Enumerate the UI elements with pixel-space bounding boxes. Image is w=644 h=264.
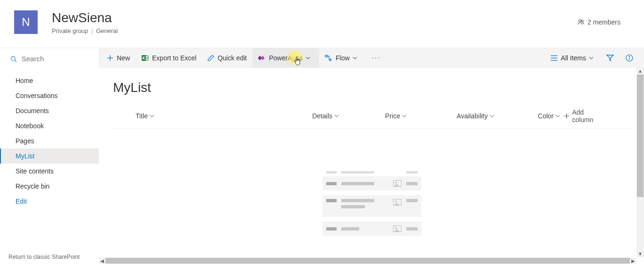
list-body: MyList Title Details Price Availability <box>99 68 644 264</box>
search-box[interactable] <box>0 48 99 70</box>
scroll-down-arrow[interactable]: ▼ <box>638 251 643 257</box>
table-header: Title Details Price Availability Color <box>113 108 631 129</box>
empty-list-placeholder <box>113 171 631 236</box>
cmd-flow-label: Flow <box>336 54 350 62</box>
left-navigation: Home Conversations Documents Notebook Pa… <box>0 48 99 264</box>
scroll-up-arrow[interactable]: ▲ <box>638 68 643 74</box>
scroll-right-arrow[interactable]: ▶ <box>630 258 636 264</box>
members-icon <box>577 18 585 26</box>
column-header-title-label: Title <box>136 112 148 120</box>
nav-item-home[interactable]: Home <box>0 73 99 88</box>
column-header-color[interactable]: Color <box>503 108 564 124</box>
nav-item-recycle-bin[interactable]: Recycle bin <box>0 179 99 194</box>
nav-item-documents[interactable]: Documents <box>0 103 99 118</box>
search-icon <box>10 55 17 63</box>
image-placeholder-icon <box>393 180 402 187</box>
cmd-powerapps[interactable]: PowerApps <box>252 48 319 68</box>
chevron-down-icon <box>555 114 560 118</box>
site-classification: General <box>96 27 118 34</box>
placeholder-legend <box>322 171 421 173</box>
cmd-export-excel[interactable]: Export to Excel <box>136 48 202 68</box>
chevron-down-icon <box>490 114 494 118</box>
site-title[interactable]: NewSiena <box>52 10 577 26</box>
site-subtitle: Private group | General <box>52 27 577 34</box>
members-label: 2 members <box>588 18 620 26</box>
view-selector[interactable]: All Items <box>545 48 603 68</box>
nav-item-pages[interactable]: Pages <box>0 133 99 148</box>
members-link[interactable]: 2 members <box>577 18 620 26</box>
scroll-left-arrow[interactable]: ◀ <box>99 258 105 264</box>
column-header-details-label: Details <box>312 112 332 120</box>
cmd-flow[interactable]: Flow <box>319 48 366 68</box>
site-logo-letter: N <box>22 16 30 29</box>
view-selector-label: All Items <box>561 54 586 62</box>
subtitle-divider: | <box>91 27 93 34</box>
image-placeholder-icon <box>393 225 402 232</box>
placeholder-row <box>322 176 421 190</box>
column-header-availability-label: Availability <box>457 112 488 120</box>
cmd-new-label: New <box>117 54 130 62</box>
cmd-new[interactable]: New <box>101 48 136 68</box>
content-area: New Export to Excel Quick edit <box>99 48 644 264</box>
cmd-more[interactable]: ··· <box>366 54 386 62</box>
flow-icon <box>325 55 332 61</box>
svg-point-17 <box>629 56 629 57</box>
column-header-color-label: Color <box>538 112 554 120</box>
nav-item-edit[interactable]: Edit <box>0 194 99 209</box>
chevron-down-icon <box>589 56 594 60</box>
site-visibility: Private group <box>52 27 88 34</box>
nav-item-conversations[interactable]: Conversations <box>0 88 99 103</box>
classic-sharepoint-link[interactable]: Return to classic SharePoint <box>0 250 99 264</box>
nav-list: Home Conversations Documents Notebook Pa… <box>0 70 99 250</box>
info-button[interactable] <box>621 48 641 68</box>
list-view-icon <box>551 55 557 61</box>
cmd-export-label: Export to Excel <box>152 54 196 62</box>
powerapps-icon <box>258 55 266 61</box>
chevron-down-icon <box>353 56 357 60</box>
info-icon <box>626 54 633 62</box>
svg-rect-11 <box>325 55 327 57</box>
column-header-details[interactable]: Details <box>277 108 352 124</box>
add-column-label: Add column <box>572 108 604 124</box>
add-column-button[interactable]: Add column <box>564 108 631 124</box>
chevron-down-icon <box>334 114 339 118</box>
placeholder-row <box>322 195 421 217</box>
horizontal-scroll-thumb[interactable] <box>105 258 630 264</box>
vertical-scrollbar[interactable]: ▲ ▼ <box>636 68 644 257</box>
plus-icon <box>107 55 113 61</box>
column-header-availability[interactable]: Availability <box>418 108 503 124</box>
svg-point-0 <box>579 20 581 22</box>
plus-icon <box>564 113 569 119</box>
list-heading: MyList <box>113 80 631 95</box>
command-bar: New Export to Excel Quick edit <box>99 48 644 68</box>
svg-line-3 <box>15 60 16 61</box>
column-header-title[interactable]: Title <box>136 108 277 124</box>
placeholder-row <box>322 222 421 236</box>
chevron-down-icon <box>306 56 310 60</box>
column-header-price[interactable]: Price <box>352 108 418 124</box>
cmd-quick-edit[interactable]: Quick edit <box>202 48 252 68</box>
nav-item-site-contents[interactable]: Site contents <box>0 164 99 179</box>
cmd-quick-edit-label: Quick edit <box>217 54 247 62</box>
site-title-wrap: NewSiena Private group | General <box>52 10 577 34</box>
image-placeholder-icon <box>393 199 402 206</box>
excel-icon <box>141 54 149 62</box>
chevron-down-icon <box>150 114 154 118</box>
site-logo[interactable]: N <box>14 10 38 34</box>
vertical-scroll-thumb[interactable] <box>637 74 644 197</box>
cmd-powerapps-label: PowerApps <box>269 54 303 62</box>
filter-icon <box>606 55 614 61</box>
site-header: N NewSiena Private group | General 2 mem… <box>0 0 644 48</box>
pencil-icon <box>208 55 214 61</box>
chevron-down-icon <box>402 114 407 118</box>
search-input[interactable] <box>22 55 89 63</box>
nav-item-notebook[interactable]: Notebook <box>0 118 99 133</box>
nav-item-mylist[interactable]: MyList <box>0 148 99 164</box>
horizontal-scrollbar[interactable]: ◀ ▶ <box>99 257 636 264</box>
svg-point-2 <box>11 56 16 60</box>
column-header-price-label: Price <box>385 112 400 120</box>
svg-point-1 <box>581 20 583 22</box>
filter-button[interactable] <box>603 48 621 68</box>
